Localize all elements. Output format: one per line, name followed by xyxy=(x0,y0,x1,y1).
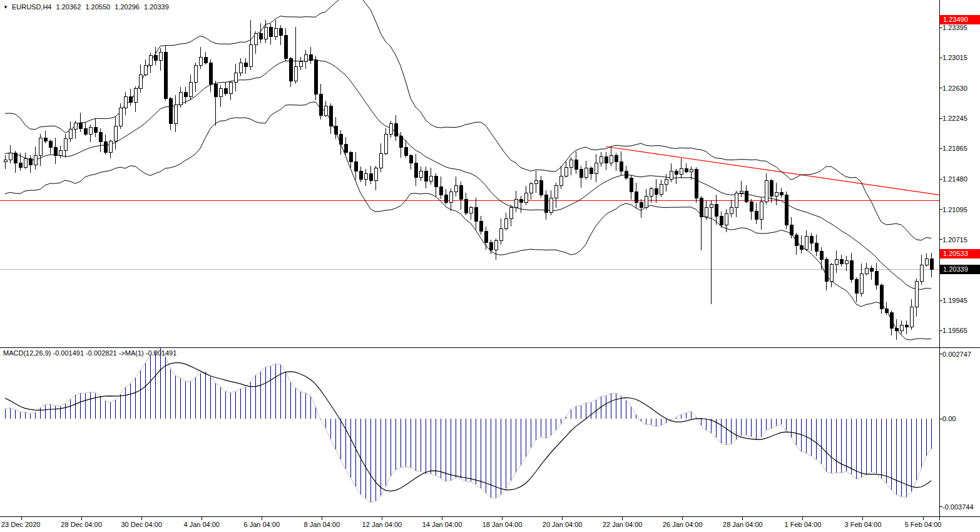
candle xyxy=(775,183,778,205)
candle xyxy=(419,166,422,181)
candle xyxy=(494,238,498,260)
price-axis-label: 1.19565 xyxy=(942,326,967,335)
time-axis-label: 4 Jan 04:00 xyxy=(171,520,232,529)
symbol-dropdown-icon: ▼ xyxy=(3,4,8,10)
price-badge: 1.23490 xyxy=(940,15,980,24)
candle xyxy=(44,131,47,143)
price-axis-label: 1.20715 xyxy=(942,235,967,244)
candle xyxy=(640,199,643,218)
candle xyxy=(645,189,648,210)
chart-canvas[interactable] xyxy=(0,0,980,532)
candle xyxy=(244,58,247,74)
candle xyxy=(344,137,347,155)
quote-close: 1.20339 xyxy=(144,3,169,11)
price-axis-label: 1.21095 xyxy=(942,205,967,214)
candle xyxy=(860,263,863,297)
candle xyxy=(179,87,182,108)
time-axis-label: 23 Dec 2020 xyxy=(1,520,40,529)
candle xyxy=(199,47,202,69)
time-axis-label: 22 Jan 04:00 xyxy=(593,520,653,529)
symbol-timeframe: EURUSD,H4 xyxy=(12,3,52,11)
candle xyxy=(705,200,708,219)
candle xyxy=(469,206,472,219)
candle xyxy=(209,59,212,92)
candle xyxy=(224,82,227,96)
candle xyxy=(194,63,197,92)
candle xyxy=(14,151,17,173)
candle xyxy=(29,155,32,173)
candle xyxy=(605,152,608,170)
candle xyxy=(675,169,678,184)
candle xyxy=(289,57,292,87)
candle xyxy=(910,299,913,330)
candle xyxy=(434,173,437,197)
axis-ticks xyxy=(21,28,942,520)
time-axis-label: 26 Jan 04:00 xyxy=(653,520,713,529)
candle xyxy=(89,125,92,142)
candle xyxy=(144,59,147,76)
candle xyxy=(800,235,803,253)
candle xyxy=(825,257,828,290)
price-badge: 1.20533 xyxy=(940,249,980,258)
candle xyxy=(930,253,933,277)
candle xyxy=(34,146,37,170)
candle xyxy=(294,27,297,84)
time-axis-label: 30 Dec 04:00 xyxy=(111,520,171,529)
candle xyxy=(389,121,392,138)
candle xyxy=(259,23,262,43)
time-axis-label: 3 Feb 04:00 xyxy=(833,520,893,529)
candle xyxy=(404,140,407,158)
candle xyxy=(770,179,773,203)
candle xyxy=(710,200,713,304)
candle xyxy=(750,199,753,220)
candle xyxy=(444,189,447,204)
candle xyxy=(895,319,898,340)
candle xyxy=(274,20,277,40)
price-axis-label: 1.21480 xyxy=(942,175,967,183)
candle xyxy=(519,196,523,213)
symbol-quote-header: ▼EURUSD,H4 1.20362 1.20550 1.20296 1.203… xyxy=(3,3,171,11)
macd-axis-label: 0.002747 xyxy=(942,350,971,359)
candle xyxy=(9,145,12,163)
price-axis-label: 1.22245 xyxy=(942,114,967,123)
macd-histogram xyxy=(6,347,932,503)
candle xyxy=(439,176,442,198)
candle xyxy=(680,158,683,178)
candle xyxy=(104,135,107,155)
candle xyxy=(730,200,733,217)
bollinger-lower-band xyxy=(5,102,931,340)
candle xyxy=(414,154,417,187)
candle xyxy=(815,235,818,256)
candle xyxy=(549,190,553,215)
candle xyxy=(584,161,588,180)
horizontal-red-lines[interactable] xyxy=(0,201,939,532)
candle xyxy=(359,166,362,182)
candle xyxy=(630,175,633,200)
macd-axis-label: 0.00 xyxy=(942,414,956,423)
time-axis-label: 18 Jan 04:00 xyxy=(472,520,533,529)
candle xyxy=(39,134,42,166)
price-axis-label: 1.22630 xyxy=(942,84,967,93)
candle xyxy=(579,166,583,188)
bollinger-upper-band xyxy=(5,0,931,240)
candle xyxy=(464,193,467,216)
candle xyxy=(479,216,482,234)
candle xyxy=(850,253,853,283)
candle xyxy=(314,56,317,100)
candle xyxy=(765,173,768,204)
candle xyxy=(595,154,598,183)
candle xyxy=(129,89,132,106)
candle xyxy=(655,179,658,203)
candle xyxy=(830,263,833,287)
candle xyxy=(124,92,127,115)
price-badge: 1.20339 xyxy=(940,265,980,274)
bollinger-middle-band xyxy=(5,59,931,289)
time-axis-label: 12 Jan 04:00 xyxy=(352,520,412,529)
candle xyxy=(424,166,427,188)
time-axis-label: 14 Jan 04:00 xyxy=(412,520,472,529)
candle xyxy=(544,190,548,220)
time-axis-label: 28 Jan 04:00 xyxy=(713,520,773,529)
candle xyxy=(114,116,117,150)
candle xyxy=(24,153,27,168)
candle xyxy=(219,85,222,107)
